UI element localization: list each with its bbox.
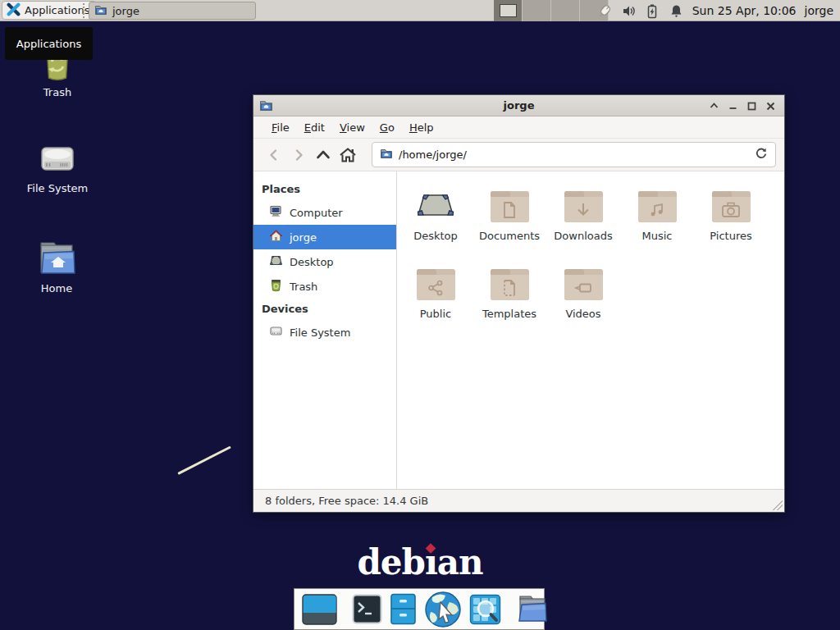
taskbar-window-label: jorge bbox=[112, 5, 139, 17]
terminal-icon[interactable] bbox=[352, 594, 382, 624]
desktop-icon-label: Home bbox=[21, 282, 92, 294]
menu-view[interactable]: View bbox=[332, 118, 372, 137]
sidebar-item-label: File System bbox=[290, 326, 350, 339]
folder-item-label: Templates bbox=[472, 308, 546, 320]
folder-item-downloads[interactable]: Downloads bbox=[546, 188, 620, 242]
close-button[interactable] bbox=[761, 97, 780, 115]
desktop-trapezoid-icon bbox=[399, 188, 472, 222]
sidebar-item-file-system[interactable]: File System bbox=[253, 320, 396, 345]
volume-icon[interactable] bbox=[621, 3, 637, 19]
back-button[interactable] bbox=[262, 144, 286, 167]
desktop-line-artifact bbox=[177, 445, 231, 474]
statusbar: 8 folders, Free space: 14.4 GiB bbox=[253, 489, 784, 512]
folder-icon bbox=[491, 269, 529, 300]
dock-panel bbox=[294, 588, 545, 630]
menu-go[interactable]: Go bbox=[372, 118, 402, 137]
applications-menu-icon bbox=[7, 2, 21, 19]
menu-edit[interactable]: Edit bbox=[297, 118, 332, 137]
folder-item-templates[interactable]: Templates bbox=[472, 266, 546, 320]
file-view[interactable]: Desktop Documents Down bbox=[397, 171, 784, 489]
folder-icon bbox=[417, 269, 455, 300]
sidebar-item-jorge[interactable]: jorge bbox=[253, 225, 396, 249]
web-browser-icon[interactable] bbox=[424, 591, 463, 628]
show-desktop-icon[interactable] bbox=[302, 594, 337, 625]
folder-icon bbox=[491, 191, 529, 222]
taskbar-window-button[interactable]: jorge bbox=[89, 2, 256, 20]
forward-button[interactable] bbox=[286, 144, 311, 167]
file-manager-icon[interactable] bbox=[389, 593, 418, 625]
folder-item-desktop[interactable]: Desktop bbox=[399, 188, 472, 242]
home-folder-icon bbox=[21, 239, 92, 278]
menu-help[interactable]: Help bbox=[402, 118, 441, 137]
desktop-icon-file-system[interactable]: File System bbox=[22, 142, 93, 194]
notifications-bell-icon[interactable] bbox=[669, 3, 684, 19]
folder-item-pictures[interactable]: Pictures bbox=[694, 188, 768, 242]
window-titlebar[interactable]: jorge bbox=[253, 95, 784, 116]
workspace-window-thumbnail bbox=[500, 4, 517, 17]
desktop-icon-label: File System bbox=[22, 182, 93, 194]
sidebar: Places Computer bbox=[253, 171, 397, 489]
directory-menu-icon[interactable] bbox=[516, 593, 549, 626]
folder-item-documents[interactable]: Documents bbox=[472, 188, 546, 242]
applications-tooltip: Applications bbox=[5, 27, 93, 60]
folder-item-label: Videos bbox=[546, 308, 620, 320]
shade-button[interactable] bbox=[705, 97, 724, 115]
sidebar-item-label: Computer bbox=[290, 207, 343, 219]
statusbar-text: 8 folders, Free space: 14.4 GiB bbox=[265, 495, 428, 507]
sidebar-header-places: Places bbox=[253, 179, 396, 200]
folder-icon bbox=[564, 191, 603, 222]
path-folder-icon bbox=[380, 147, 393, 162]
sidebar-item-trash[interactable]: Trash bbox=[253, 274, 396, 299]
toolbar: /home/jorge/ bbox=[253, 138, 784, 171]
reload-icon[interactable] bbox=[755, 147, 768, 162]
path-bar[interactable]: /home/jorge/ bbox=[372, 142, 776, 167]
sidebar-item-label: Trash bbox=[290, 281, 317, 293]
folder-item-public[interactable]: Public bbox=[399, 266, 472, 320]
debian-wordmark: debıan bbox=[0, 542, 840, 582]
tooltip-text: Applications bbox=[16, 38, 81, 50]
sidebar-item-computer[interactable]: Computer bbox=[253, 200, 396, 225]
template-glyph bbox=[501, 279, 518, 297]
desktop-icon bbox=[269, 253, 283, 270]
application-finder-icon[interactable] bbox=[469, 594, 501, 625]
panel-username[interactable]: jorge bbox=[805, 4, 833, 17]
window-title: jorge bbox=[504, 99, 535, 112]
minimize-button[interactable] bbox=[724, 97, 742, 115]
folder-icon bbox=[712, 191, 751, 222]
desktop-icon-home[interactable]: Home bbox=[21, 239, 92, 294]
up-button[interactable] bbox=[311, 144, 336, 167]
battery-icon[interactable] bbox=[645, 3, 660, 19]
maximize-button[interactable] bbox=[742, 97, 761, 115]
camera-glyph bbox=[721, 201, 741, 219]
resize-grip[interactable] bbox=[773, 500, 783, 510]
sidebar-item-desktop[interactable]: Desktop bbox=[253, 249, 396, 274]
mouse-icon[interactable] bbox=[597, 3, 613, 19]
folder-item-label: Music bbox=[620, 230, 694, 242]
panel-handle[interactable] bbox=[83, 3, 85, 18]
sidebar-item-label: Desktop bbox=[290, 256, 334, 268]
applications-menu-label: Applications bbox=[25, 4, 89, 16]
folder-icon bbox=[564, 269, 603, 300]
folder-item-label: Pictures bbox=[694, 230, 768, 242]
desktop-icon-label: Trash bbox=[22, 86, 93, 98]
computer-icon bbox=[269, 204, 283, 221]
top-panel: Applications jorge bbox=[0, 0, 840, 21]
folder-item-label: Public bbox=[399, 308, 472, 320]
workspace-1[interactable] bbox=[494, 0, 523, 21]
music-notes-glyph bbox=[648, 201, 666, 219]
workspace-3[interactable] bbox=[551, 0, 580, 21]
folder-item-label: Desktop bbox=[399, 230, 472, 242]
folder-item-videos[interactable]: Videos bbox=[546, 266, 620, 320]
file-manager-window: jorge File Edit View Go Help bbox=[253, 94, 785, 513]
folder-item-label: Downloads bbox=[546, 230, 620, 242]
menu-file[interactable]: File bbox=[264, 118, 297, 137]
folder-icon bbox=[94, 3, 107, 19]
menubar: File Edit View Go Help bbox=[253, 116, 784, 138]
document-glyph bbox=[501, 201, 518, 219]
workspace-2[interactable] bbox=[523, 0, 551, 21]
clock[interactable]: Sun 25 Apr, 10:06 bbox=[692, 4, 797, 17]
home-button[interactable] bbox=[336, 144, 360, 167]
path-input[interactable]: /home/jorge/ bbox=[399, 148, 749, 161]
trash-icon bbox=[269, 278, 283, 294]
folder-item-music[interactable]: Music bbox=[620, 188, 694, 242]
